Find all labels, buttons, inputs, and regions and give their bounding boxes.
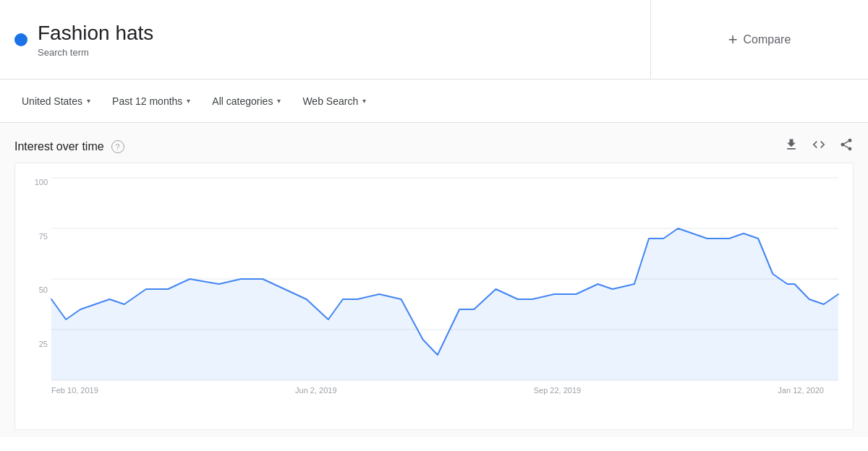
help-icon-label: ? <box>116 142 120 151</box>
compare-label: Compare <box>744 33 791 46</box>
period-chevron-icon: ▾ <box>187 97 190 105</box>
y-label-25: 25 <box>39 340 48 348</box>
compare-button[interactable]: + Compare <box>728 30 791 49</box>
x-label-jan: Jan 12, 2020 <box>778 386 824 395</box>
x-label-sep: Sep 22, 2019 <box>534 386 581 395</box>
period-label: Past 12 months <box>112 95 182 107</box>
chart-container: 100 75 50 25 <box>14 163 854 430</box>
search-term-section: Fashion hats Search term <box>0 0 651 79</box>
y-label-100: 100 <box>35 178 48 186</box>
search-type-filter[interactable]: Web Search ▾ <box>295 91 373 111</box>
search-type-label: Web Search <box>302 95 358 107</box>
y-label-75: 75 <box>39 232 48 241</box>
section-actions <box>784 137 854 155</box>
search-type-chevron-icon: ▾ <box>362 97 366 105</box>
trend-chart <box>51 178 838 380</box>
section-header: Interest over time ? <box>14 137 854 155</box>
region-label: United States <box>22 95 82 107</box>
y-axis: 100 75 50 25 <box>22 178 48 393</box>
category-filter[interactable]: All categories ▾ <box>205 91 288 111</box>
help-icon[interactable]: ? <box>111 140 124 153</box>
compare-section: + Compare <box>651 0 868 79</box>
y-label-50: 50 <box>39 285 48 294</box>
section-title: Interest over time <box>14 140 104 153</box>
search-term-info: Fashion hats Search term <box>38 21 153 58</box>
search-title: Fashion hats <box>38 21 153 46</box>
share-icon[interactable] <box>839 137 854 155</box>
x-label-feb: Feb 10, 2019 <box>51 386 98 395</box>
region-filter[interactable]: United States ▾ <box>14 91 98 111</box>
filters-bar: United States ▾ Past 12 months ▾ All cat… <box>0 80 868 123</box>
x-label-jun: Jun 2, 2019 <box>295 386 337 395</box>
search-subtitle: Search term <box>38 47 153 58</box>
x-axis: Feb 10, 2019 Jun 2, 2019 Sep 22, 2019 Ja… <box>51 386 838 395</box>
section-title-group: Interest over time ? <box>14 140 124 153</box>
chart-inner <box>51 178 838 380</box>
region-chevron-icon: ▾ <box>87 97 90 105</box>
header: Fashion hats Search term + Compare <box>0 0 868 80</box>
period-filter[interactable]: Past 12 months ▾ <box>105 91 197 111</box>
search-term-dot <box>14 33 27 46</box>
category-label: All categories <box>212 95 273 107</box>
compare-plus-icon: + <box>728 30 738 49</box>
main-content: Interest over time ? 100 75 50 25 <box>0 123 868 437</box>
category-chevron-icon: ▾ <box>277 97 281 105</box>
download-icon[interactable] <box>784 137 799 155</box>
embed-icon[interactable] <box>812 137 826 155</box>
